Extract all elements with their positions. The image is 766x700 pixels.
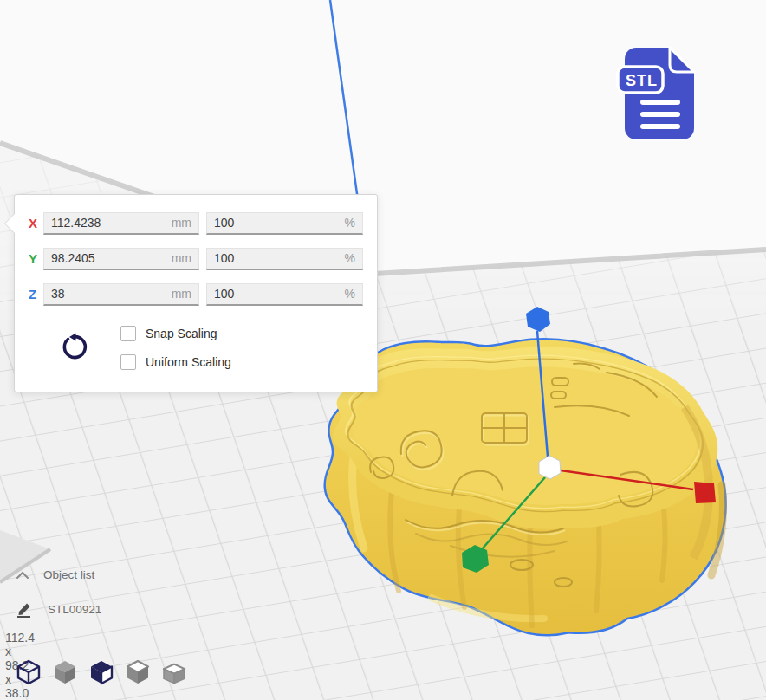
y-size-input[interactable]: 98.2405 mm bbox=[43, 248, 199, 270]
reset-scale-button[interactable] bbox=[60, 333, 89, 362]
panel-notch bbox=[5, 214, 15, 233]
view-icon-open-top-cube[interactable] bbox=[123, 658, 152, 688]
object-list-item[interactable]: STL00921 bbox=[16, 601, 172, 618]
doc-line-2 bbox=[640, 112, 680, 117]
z-percent-input[interactable]: 100 % bbox=[206, 283, 363, 306]
view-icon-flat-lid-cube[interactable] bbox=[159, 658, 188, 688]
x-percent-unit: % bbox=[345, 216, 355, 230]
z-axis-row: Z 38 mm 100 % bbox=[29, 283, 377, 305]
uniform-scaling-label: Uniform Scaling bbox=[146, 355, 231, 369]
y-axis-label: Y bbox=[29, 251, 43, 266]
snap-scaling-checkbox[interactable]: Snap Scaling bbox=[120, 326, 231, 341]
cura-3d-viewport: { "scale_panel": { "rows": [ {"axis":"X"… bbox=[0, 0, 766, 700]
y-percent-value: 100 bbox=[214, 251, 234, 265]
stl-file-badge: STL bbox=[616, 46, 696, 146]
y-size-unit: mm bbox=[172, 251, 192, 265]
x-size-value: 112.4238 bbox=[51, 216, 101, 230]
view-icon-wireframe-cube[interactable] bbox=[14, 658, 42, 688]
view-mode-toolbar bbox=[14, 658, 188, 688]
y-percent-unit: % bbox=[345, 251, 355, 265]
view-icon-solid-cube[interactable] bbox=[50, 658, 79, 688]
panel-bottom-row: Snap Scaling Uniform Scaling bbox=[60, 326, 377, 370]
y-percent-input[interactable]: 100 % bbox=[206, 248, 363, 270]
x-axis-row: X 112.4238 mm 100 % bbox=[29, 212, 377, 234]
snap-scaling-box[interactable] bbox=[120, 326, 136, 341]
doc-line-1 bbox=[640, 100, 680, 105]
object-name: STL00921 bbox=[48, 603, 101, 616]
snap-scaling-label: Snap Scaling bbox=[146, 327, 217, 340]
x-size-input[interactable]: 112.4238 mm bbox=[43, 212, 199, 235]
reset-arrow-icon bbox=[60, 333, 89, 362]
stl-label-text: STL bbox=[626, 72, 658, 89]
object-list-header[interactable]: Object list bbox=[16, 568, 172, 581]
z-axis-label: Z bbox=[29, 287, 43, 301]
y-axis-row: Y 98.2405 mm 100 % bbox=[29, 248, 377, 269]
chevron-up-icon bbox=[16, 570, 29, 580]
uniform-scaling-checkbox[interactable]: Uniform Scaling bbox=[120, 354, 231, 370]
z-size-input[interactable]: 38 mm bbox=[43, 283, 199, 306]
x-scale-handle[interactable] bbox=[694, 482, 716, 503]
y-size-value: 98.2405 bbox=[51, 251, 95, 265]
uniform-scaling-box[interactable] bbox=[120, 354, 136, 370]
pencil-edit-icon bbox=[16, 601, 33, 618]
z-size-unit: mm bbox=[172, 287, 192, 301]
x-size-unit: mm bbox=[172, 216, 192, 230]
doc-line-3 bbox=[640, 124, 680, 129]
object-list-title: Object list bbox=[43, 568, 94, 581]
z-size-value: 38 bbox=[51, 287, 65, 301]
scale-tool-panel: X 112.4238 mm 100 % Y 98.2405 mm 100 % Z… bbox=[14, 194, 378, 392]
z-percent-value: 100 bbox=[214, 287, 234, 301]
view-icon-open-front-cube[interactable] bbox=[87, 658, 115, 688]
x-axis-label: X bbox=[29, 216, 43, 230]
x-percent-input[interactable]: 100 % bbox=[206, 212, 363, 235]
x-percent-value: 100 bbox=[214, 216, 234, 230]
z-percent-unit: % bbox=[345, 287, 355, 301]
